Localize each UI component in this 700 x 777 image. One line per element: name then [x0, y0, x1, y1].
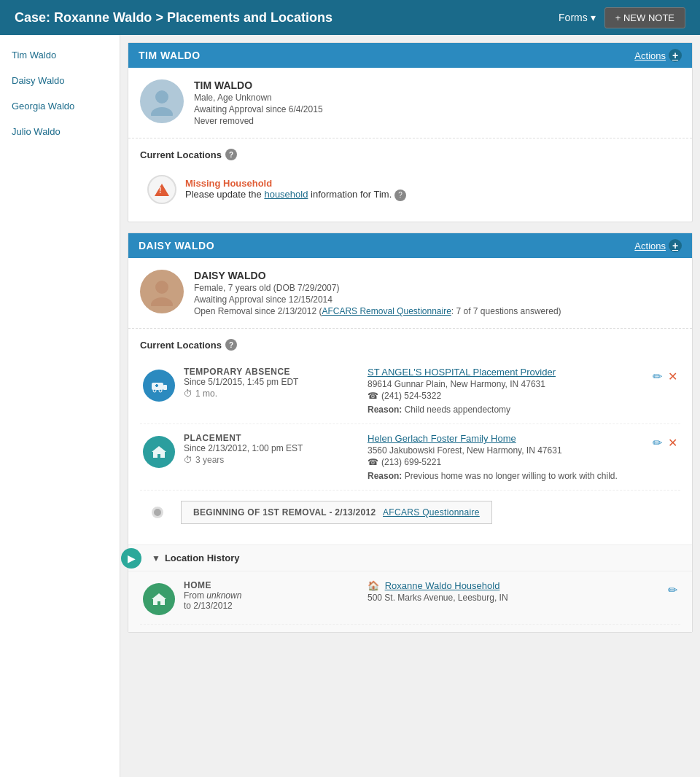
daisy-edit-button-2[interactable]: ✏	[653, 436, 662, 450]
daisy-loc-duration-2: ⏱ 3 years	[184, 455, 359, 465]
daisy-locations-section: Current Locations ?	[128, 329, 692, 544]
tim-person-details: TIM WALDO Male, Age Unknown Awaiting App…	[194, 79, 680, 126]
svg-marker-10	[152, 446, 166, 458]
daisy-history-row-actions-1: ✏	[668, 580, 677, 597]
tim-actions-link[interactable]: Actions +	[634, 49, 682, 62]
svg-marker-11	[152, 593, 166, 605]
sidebar-item-tim[interactable]: Tim Waldo	[0, 42, 120, 68]
daisy-person-details: DAISY WALDO Female, 7 years old (DOB 7/2…	[194, 270, 680, 316]
clock-icon-2: ⏱	[184, 455, 192, 465]
daisy-location-left-2: PLACEMENT Since 2/13/2012, 1:00 pm EST ⏱…	[184, 433, 359, 465]
daisy-location-left-1: TEMPORARY ABSENCE Since 5/1/2015, 1:45 p…	[184, 367, 359, 399]
svg-point-7	[159, 389, 162, 392]
daisy-removal-banner: BEGINNING OF 1ST REMOVAL - 2/13/2012 AFC…	[143, 501, 677, 524]
tim-avatar-image	[147, 87, 176, 116]
daisy-avatar-image	[147, 277, 176, 306]
phone-icon-2: ☎	[368, 457, 378, 467]
chevron-down-icon: ▾	[591, 12, 596, 23]
daisy-loc-type-1: TEMPORARY ABSENCE	[184, 367, 359, 377]
tim-section: TIM WALDO Actions + TIM WALDO Male, Age …	[128, 42, 693, 222]
svg-point-3	[151, 297, 173, 306]
daisy-history-edit-button-1[interactable]: ✏	[668, 583, 677, 597]
daisy-history-address-1: 500 St. Marks Avenue, Leesburg, IN	[368, 593, 659, 603]
svg-point-0	[155, 90, 168, 104]
daisy-remove-button-1[interactable]: ✕	[668, 370, 677, 383]
tim-locations-title: Current Locations ?	[140, 149, 680, 160]
daisy-actions-link[interactable]: Actions +	[634, 239, 682, 252]
svg-point-1	[151, 107, 173, 116]
tim-actions-plus-icon: +	[669, 49, 682, 62]
daisy-loc-duration-1: ⏱ 1 mo.	[184, 388, 359, 399]
daisy-removal-box: BEGINNING OF 1ST REMOVAL - 2/13/2012 AFC…	[181, 501, 492, 524]
tim-household-link[interactable]: household	[264, 189, 308, 200]
daisy-location-history-label: Location History	[165, 553, 240, 563]
page-title: Placements and Locations	[167, 10, 332, 25]
home-link-icon: 🏠	[368, 580, 379, 591]
sidebar-item-daisy[interactable]: Daisy Waldo	[0, 68, 120, 93]
breadcrumb: Case: Roxanne Waldo > Placements and Loc…	[15, 10, 332, 26]
daisy-header-title: DAISY WALDO	[139, 240, 214, 251]
daisy-name: DAISY WALDO	[194, 270, 680, 281]
tim-alert-icon-circle	[147, 175, 176, 204]
daisy-info2: Awaiting Approval since 12/15/2014	[194, 294, 680, 305]
daisy-address-2: 3560 Jakubowski Forest, New Harmony, IN …	[368, 445, 644, 456]
tim-missing-description: Please update the household information …	[185, 189, 406, 201]
daisy-locations-help-icon[interactable]: ?	[225, 339, 237, 351]
daisy-location-icon-2	[143, 436, 175, 468]
daisy-history-from-1: From unknown	[184, 590, 359, 601]
tim-info1: Male, Age Unknown	[194, 93, 680, 103]
daisy-history-provider-link-1[interactable]: Roxanne Waldo Household	[385, 580, 500, 591]
daisy-afcars-link[interactable]: AFCARS Removal Questionnaire	[322, 306, 451, 316]
case-link[interactable]: Case: Roxanne Waldo	[15, 10, 152, 25]
home-icon	[150, 590, 168, 608]
page-layout: Tim Waldo Daisy Waldo Georgia Waldo Juli…	[0, 35, 700, 777]
tim-header-title: TIM WALDO	[139, 50, 201, 61]
daisy-phone-2: ☎ (213) 699-5221	[368, 457, 644, 467]
tim-missing-text: Missing Household Please update the hous…	[185, 178, 406, 201]
daisy-reason-1: Reason: Child needs appendectomy	[368, 405, 644, 415]
daisy-row-actions-2: ✏ ✕	[653, 433, 677, 450]
daisy-reason-2: Reason: Previous home was no longer will…	[368, 471, 644, 481]
daisy-location-history-toggle[interactable]: ▶ ▼ Location History	[128, 544, 692, 571]
phone-icon-1: ☎	[368, 391, 378, 401]
daisy-loc-since-2: Since 2/13/2012, 1:00 pm EST	[184, 443, 359, 453]
house-icon	[150, 443, 168, 461]
tim-locations-help-icon[interactable]: ?	[225, 149, 237, 160]
daisy-location-row-1: TEMPORARY ABSENCE Since 5/1/2015, 1:45 p…	[140, 358, 680, 424]
forms-button[interactable]: Forms ▾	[559, 12, 596, 23]
tim-name: TIM WALDO	[194, 79, 680, 91]
daisy-history-type-1: HOME	[184, 580, 359, 590]
daisy-loc-type-2: PLACEMENT	[184, 433, 359, 443]
daisy-loc-since-1: Since 5/1/2015, 1:45 pm EDT	[184, 377, 359, 387]
daisy-locations-title: Current Locations ?	[140, 339, 680, 351]
daisy-timeline-dot	[152, 507, 163, 518]
daisy-avatar	[140, 270, 184, 313]
daisy-provider-link-2[interactable]: Helen Gerlach Foster Family Home	[368, 433, 516, 444]
daisy-location-icon-1	[143, 370, 175, 402]
sidebar-item-julio[interactable]: Julio Waldo	[0, 119, 120, 144]
daisy-row-actions-1: ✏ ✕	[653, 367, 677, 383]
daisy-edit-button-1[interactable]: ✏	[653, 370, 662, 383]
daisy-history-left-1: HOME From unknown to 2/13/2012	[184, 580, 359, 611]
breadcrumb-separator: >	[155, 10, 167, 25]
tim-info-help-icon[interactable]: ?	[394, 190, 406, 201]
daisy-section-header: DAISY WALDO Actions +	[128, 233, 692, 258]
daisy-location-history-content: HOME From unknown to 2/13/2012 🏠 Roxanne…	[128, 571, 692, 632]
daisy-remove-button-2[interactable]: ✕	[668, 436, 677, 450]
daisy-location-right-1: ST ANGEL'S HOSPITAL Placement Provider 8…	[368, 367, 644, 415]
daisy-section: DAISY WALDO Actions + DAISY WALDO Female…	[128, 233, 693, 633]
daisy-history-row-1: HOME From unknown to 2/13/2012 🏠 Roxanne…	[140, 571, 680, 625]
sidebar-item-georgia[interactable]: Georgia Waldo	[0, 93, 120, 119]
svg-point-2	[155, 281, 168, 294]
ambulance-icon	[150, 377, 168, 394]
daisy-location-right-2: Helen Gerlach Foster Family Home 3560 Ja…	[368, 433, 644, 481]
tim-info3: Never removed	[194, 116, 680, 126]
tim-missing-title: Missing Household	[185, 178, 406, 189]
tim-info2: Awaiting Approval since 6/4/2015	[194, 104, 680, 114]
daisy-afcars-questionnaire-link[interactable]: AFCARS Questionnaire	[383, 507, 480, 518]
daisy-provider-link-1[interactable]: ST ANGEL'S HOSPITAL Placement Provider	[368, 367, 556, 378]
svg-point-6	[153, 389, 156, 392]
main-content: TIM WALDO Actions + TIM WALDO Male, Age …	[120, 35, 700, 777]
daisy-address-1: 89614 Gunnar Plain, New Harmony, IN 4763…	[368, 379, 644, 389]
new-note-button[interactable]: + NEW NOTE	[604, 7, 685, 28]
